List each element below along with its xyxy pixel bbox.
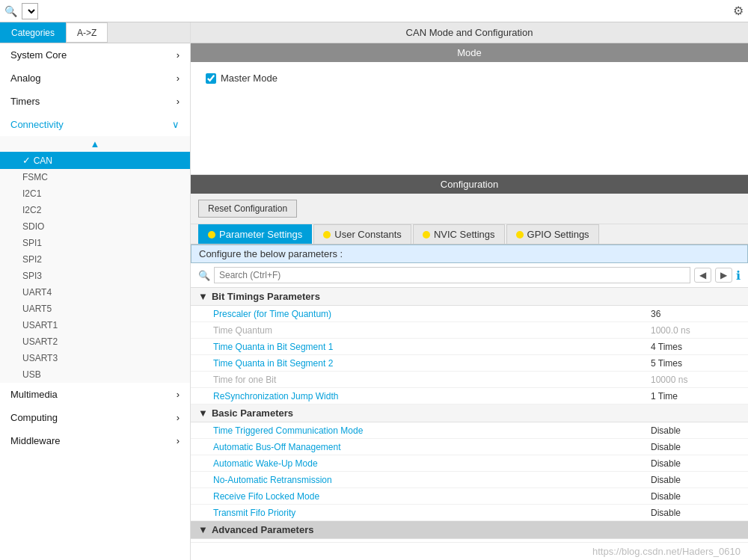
next-param-button[interactable]: ▶	[715, 268, 732, 283]
param-row-time-one-bit: Time for one Bit 10000 ns	[191, 372, 748, 388]
sidebar-child-usb[interactable]: USB	[0, 366, 190, 383]
param-row-receive-fifo[interactable]: Receive Fifo Locked Mode Disable	[191, 488, 748, 505]
chevron-right-icon: ›	[177, 389, 180, 400]
param-row-tq-seg2[interactable]: Time Quanta in Bit Segment 2 5 Times	[191, 355, 748, 372]
top-bar: 🔍 ⚙	[0, 0, 748, 22]
sidebar-child-uart4[interactable]: UART4	[0, 284, 190, 301]
sidebar-item-label: Connectivity	[10, 119, 64, 130]
tab-label: GPIO Settings	[527, 229, 589, 240]
sidebar-item-label: System Core	[10, 49, 67, 61]
config-section-header: Configuration	[191, 175, 748, 194]
tab-nvic-settings[interactable]: NVIC Settings	[413, 224, 505, 244]
sidebar-child-usart2[interactable]: USART2	[0, 333, 190, 350]
sidebar-item-timers[interactable]: Timers ›	[0, 90, 190, 113]
reset-configuration-button[interactable]: Reset Configuration	[198, 200, 297, 218]
config-tabs: Parameter Settings User Constants NVIC S…	[191, 224, 748, 244]
search-dropdown[interactable]	[22, 3, 38, 19]
sidebar-child-spi2[interactable]: SPI2	[0, 251, 190, 268]
group-label: Bit Timings Parameters	[212, 291, 320, 302]
chevron-right-icon: ›	[177, 435, 180, 446]
sidebar-item-system-core[interactable]: System Core ›	[0, 43, 190, 67]
page-title: CAN Mode and Configuration	[406, 27, 533, 38]
param-row-wakeup[interactable]: Automatic Wake-Up Mode Disable	[191, 455, 748, 472]
sidebar-child-i2c2[interactable]: I2C2	[0, 202, 190, 218]
chevron-down-icon: ∨	[172, 119, 180, 130]
tab-dot-icon	[208, 231, 215, 239]
param-row-transmit-fifo[interactable]: Transmit Fifo Priority Disable	[191, 505, 748, 521]
chevron-right-icon: ›	[177, 73, 180, 84]
tab-parameter-settings[interactable]: Parameter Settings	[198, 224, 312, 244]
sidebar-item-label: Multimedia	[10, 389, 58, 400]
param-group-advanced: ▼ Advanced Parameters	[191, 521, 748, 539]
param-row-no-auto-retrans[interactable]: No-Automatic Retransmission Disable	[191, 472, 748, 488]
info-icon[interactable]: ℹ	[736, 268, 741, 283]
sidebar-child-i2c1[interactable]: I2C1	[0, 185, 190, 202]
connectivity-children: ▲ ✓ CAN FSMC I2C1 I2C2 SDIO SPI1 SPI2 SP…	[0, 136, 190, 383]
param-row-prescaler[interactable]: Prescaler (for Time Quantum) 36	[191, 306, 748, 322]
sidebar-tabs: Categories A->Z	[0, 22, 190, 43]
sidebar-child-spi3[interactable]: SPI3	[0, 268, 190, 284]
up-arrow-icon: ▲	[0, 136, 190, 152]
search-icon: 🔍	[198, 270, 210, 281]
param-search-row: 🔍 ◀ ▶ ℹ	[191, 263, 748, 288]
master-mode-checkbox[interactable]	[206, 73, 216, 84]
param-search-input[interactable]	[214, 267, 690, 283]
param-row-resync-jw[interactable]: ReSynchronization Jump Width 1 Time	[191, 388, 748, 404]
sidebar-item-connectivity[interactable]: Connectivity ∨	[0, 113, 190, 136]
chevron-right-icon: ›	[177, 96, 180, 107]
chevron-right-icon: ›	[177, 49, 180, 61]
chevron-right-icon: ›	[177, 412, 180, 423]
master-mode-row: Master Mode	[206, 73, 733, 84]
sidebar-child-fsmc[interactable]: FSMC	[0, 169, 190, 185]
tab-dot-icon	[323, 231, 331, 239]
sidebar: Categories A->Z System Core › Analog › T…	[0, 22, 191, 560]
tab-categories[interactable]: Categories	[0, 22, 66, 43]
param-row-tq-seg1[interactable]: Time Quanta in Bit Segment 1 4 Times	[191, 339, 748, 355]
sidebar-item-middleware[interactable]: Middleware ›	[0, 429, 190, 452]
sidebar-item-multimedia[interactable]: Multimedia ›	[0, 383, 190, 406]
master-mode-label: Master Mode	[221, 73, 278, 84]
sidebar-item-label: Timers	[10, 96, 40, 107]
mode-section-header: Mode	[191, 43, 748, 62]
sidebar-child-can[interactable]: ✓ CAN	[0, 152, 190, 169]
param-table: ▼ Bit Timings Parameters Prescaler (for …	[191, 288, 748, 542]
mode-section: Mode Master Mode	[191, 43, 748, 175]
sidebar-item-label: Computing	[10, 412, 58, 423]
prev-param-button[interactable]: ◀	[694, 268, 711, 283]
sidebar-child-uart5[interactable]: UART5	[0, 301, 190, 317]
main-layout: Categories A->Z System Core › Analog › T…	[0, 22, 748, 560]
param-row-bus-off[interactable]: Automatic Bus-Off Management Disable	[191, 439, 748, 455]
config-section: Configuration Reset Configuration Parame…	[191, 175, 748, 560]
mode-content: Master Mode	[191, 62, 748, 174]
sidebar-item-label: Analog	[10, 73, 40, 84]
config-toolbar: Reset Configuration	[191, 194, 748, 224]
tab-dot-icon	[423, 231, 430, 239]
gear-icon[interactable]: ⚙	[733, 4, 744, 18]
tab-label: Parameter Settings	[219, 229, 302, 240]
sidebar-child-usart1[interactable]: USART1	[0, 317, 190, 333]
content-area: CAN Mode and Configuration Mode Master M…	[191, 22, 748, 560]
sidebar-child-spi1[interactable]: SPI1	[0, 235, 190, 251]
tab-user-constants[interactable]: User Constants	[313, 224, 411, 244]
sidebar-child-usart3[interactable]: USART3	[0, 350, 190, 366]
sidebar-item-computing[interactable]: Computing ›	[0, 406, 190, 429]
tab-dot-icon	[516, 231, 524, 239]
sidebar-child-sdio[interactable]: SDIO	[0, 218, 190, 235]
group-label: Basic Parameters	[212, 407, 293, 419]
checkmark-icon: ✓	[22, 155, 34, 166]
param-row-time-triggered[interactable]: Time Triggered Communication Mode Disabl…	[191, 422, 748, 439]
search-icon: 🔍	[4, 5, 17, 17]
config-info-bar: Configure the below parameters :	[191, 244, 748, 263]
param-group-bit-timings: ▼ Bit Timings Parameters	[191, 288, 748, 306]
tab-label: User Constants	[334, 229, 402, 240]
tab-gpio-settings[interactable]: GPIO Settings	[506, 224, 599, 244]
tab-label: NVIC Settings	[434, 229, 495, 240]
tab-az[interactable]: A->Z	[66, 22, 108, 43]
sidebar-item-analog[interactable]: Analog ›	[0, 67, 190, 90]
group-label: Advanced Parameters	[212, 524, 314, 535]
param-row-time-quantum: Time Quantum 1000.0 ns	[191, 322, 748, 339]
watermark: https://blog.csdn.net/Haders_0610	[191, 542, 748, 560]
sidebar-item-label: Middleware	[10, 435, 60, 446]
content-title-bar: CAN Mode and Configuration	[191, 22, 748, 43]
param-group-basic: ▼ Basic Parameters	[191, 404, 748, 422]
